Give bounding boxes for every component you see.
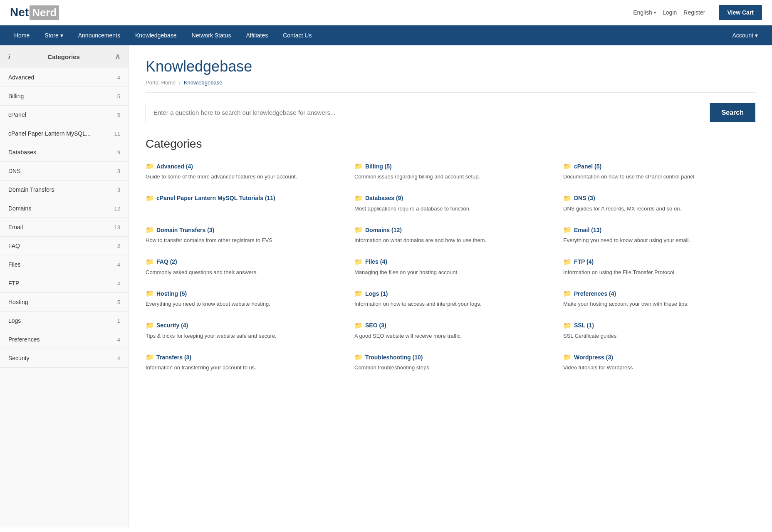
sidebar-item-email[interactable]: Email13 [0,218,129,237]
category-link[interactable]: 📁 Files (4) [354,258,547,266]
nav-store[interactable]: Store ▾ [37,25,70,45]
register-link[interactable]: Register [683,9,705,16]
folder-icon: 📁 [354,290,363,297]
sidebar-item-dns[interactable]: DNS3 [0,162,129,181]
folder-icon: 📁 [354,258,363,266]
category-label: Advanced (4) [156,163,193,170]
category-desc: Everything you need to know about websit… [146,300,338,308]
sidebar-item-security[interactable]: Security4 [0,349,129,368]
category-link[interactable]: 📁 Security (4) [146,322,338,329]
category-link[interactable]: 📁 Billing (5) [354,162,547,170]
nav-contact-us[interactable]: Contact Us [275,25,319,45]
sidebar-item-label: Billing [8,93,24,99]
breadcrumb-separator: / [179,79,181,86]
category-item: 📁 Domains (12) Information on what domai… [354,226,547,245]
category-item: 📁 cPanel Paper Lantern MySQL Tutorials (… [146,194,338,213]
category-item: 📁 Hosting (5) Everything you need to kno… [146,290,338,308]
language-selector[interactable]: English ▾ [633,9,656,16]
category-label: Domain Transfers (3) [156,227,214,233]
nav-account[interactable]: Account ▾ [725,25,765,45]
nav-knowledgebase[interactable]: Knowledgebase [128,25,184,45]
category-link[interactable]: 📁 Troubleshooting (10) [354,353,547,361]
category-item: 📁 DNS (3) DNS guides for A records, MX r… [563,194,755,213]
sidebar-item-files[interactable]: Files4 [0,255,129,274]
category-label: DNS (3) [574,195,595,201]
category-desc: Most applications require a database to … [354,205,547,213]
category-label: FTP (4) [574,258,594,265]
category-item: 📁 SSL (1) SSL Certificate guides [563,322,755,340]
logo: Net Nerd [10,5,59,20]
nav-home[interactable]: Home [7,25,37,45]
sidebar-item-faq[interactable]: FAQ2 [0,237,129,255]
category-link[interactable]: 📁 Domains (12) [354,226,547,234]
category-link[interactable]: 📁 Domain Transfers (3) [146,226,338,234]
sidebar-collapse-icon[interactable]: ∧ [115,52,120,61]
sidebar-item-count: 4 [117,280,120,287]
category-link[interactable]: 📁 Advanced (4) [146,162,338,170]
sidebar-item-domain-transfers[interactable]: Domain Transfers3 [0,181,129,199]
sidebar-item-cpanel[interactable]: cPanel5 [0,106,129,124]
category-desc: Commonly asked questions and their answe… [146,268,338,277]
category-link[interactable]: 📁 SEO (3) [354,322,547,329]
category-link[interactable]: 📁 Wordpress (3) [563,353,755,361]
category-desc: Everything you need to know about using … [563,236,755,245]
category-label: Logs (1) [365,290,388,297]
category-link[interactable]: 📁 Hosting (5) [146,290,338,297]
category-link[interactable]: 📁 FTP (4) [563,258,755,266]
category-desc: DNS guides for A records, MX records and… [563,205,755,213]
sidebar-item-billing[interactable]: Billing5 [0,87,129,106]
folder-icon: 📁 [146,226,154,234]
sidebar-item-hosting[interactable]: Hosting5 [0,293,129,312]
sidebar-item-count: 13 [114,224,120,230]
category-link[interactable]: 📁 Databases (9) [354,194,547,202]
header-right: English ▾ Login Register View Cart [633,5,762,20]
category-desc: Tips & tricks for keeping your website s… [146,332,338,340]
sidebar-item-count: 5 [117,93,120,99]
sidebar-item-count: 12 [114,205,120,212]
sidebar-item-databases[interactable]: Databases9 [0,143,129,162]
logo-nerd: Nerd [30,5,59,20]
language-label: English [633,9,652,16]
nav-affiliates[interactable]: Affiliates [238,25,275,45]
sidebar-item-ftp[interactable]: FTP4 [0,274,129,293]
sidebar-item-logs[interactable]: Logs1 [0,312,129,330]
category-desc: Information on using the File Transfer P… [563,268,755,277]
category-label: Databases (9) [365,195,403,201]
sidebar-item-label: Files [8,261,21,268]
login-link[interactable]: Login [663,9,677,16]
sidebar-item-cpanel-paper-lantern-mysql[interactable]: cPanel Paper Lantern MySQL...11 [0,124,129,143]
category-item: 📁 SEO (3) A good SEO website will receiv… [354,322,547,340]
category-label: SSL (1) [574,322,594,329]
view-cart-button[interactable]: View Cart [719,5,762,20]
category-label: Troubleshooting (10) [365,354,423,361]
category-link[interactable]: 📁 Preferences (4) [563,290,755,297]
category-item: 📁 Files (4) Managing the files on your h… [354,258,547,277]
nav-network-status[interactable]: Network Status [184,25,239,45]
sidebar-item-count: 5 [117,112,120,118]
nav-announcements[interactable]: Announcements [71,25,128,45]
category-link[interactable]: 📁 Logs (1) [354,290,547,297]
sidebar-item-advanced[interactable]: Advanced4 [0,68,129,87]
category-link[interactable]: 📁 Transfers (3) [146,353,338,361]
category-label: SEO (3) [365,322,386,329]
sidebar-header: i Categories ∧ [0,45,129,68]
category-link[interactable]: 📁 SSL (1) [563,322,755,329]
category-link[interactable]: 📁 Email (13) [563,226,755,234]
folder-icon: 📁 [563,162,572,170]
category-desc: Documentation on how to use the cPanel c… [563,173,755,181]
search-button[interactable]: Search [710,103,755,122]
category-link[interactable]: 📁 FAQ (2) [146,258,338,266]
sidebar-item-preferences[interactable]: Preferences4 [0,330,129,349]
breadcrumb-current: Knowledgebase [184,79,223,86]
sidebar-item-domains[interactable]: Domains12 [0,199,129,218]
search-input[interactable] [146,103,710,122]
sidebar-item-label: Domain Transfers [8,186,54,193]
breadcrumb-home[interactable]: Portal Home [146,79,176,86]
folder-icon: 📁 [563,353,572,361]
category-link[interactable]: 📁 cPanel (5) [563,162,755,170]
category-item: 📁 Domain Transfers (3) How to transfer d… [146,226,338,245]
category-link[interactable]: 📁 cPanel Paper Lantern MySQL Tutorials (… [146,194,338,202]
category-link[interactable]: 📁 DNS (3) [563,194,755,202]
folder-icon: 📁 [146,322,154,329]
folder-icon: 📁 [354,322,363,329]
